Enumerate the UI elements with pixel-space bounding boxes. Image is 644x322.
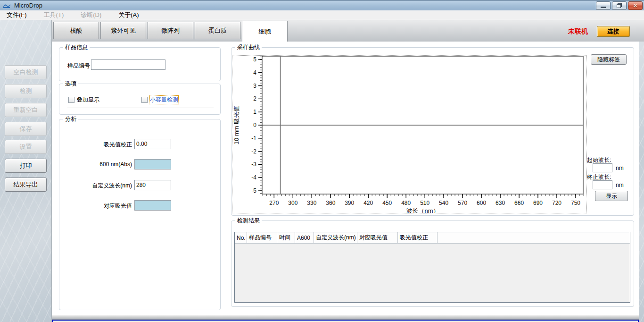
minimize-button[interactable] xyxy=(596,1,611,10)
svg-text:3: 3 xyxy=(253,83,256,89)
svg-text:300: 300 xyxy=(288,200,297,206)
svg-text:450: 450 xyxy=(382,200,392,206)
svg-text:570: 570 xyxy=(458,200,467,206)
svg-text:720: 720 xyxy=(552,200,561,206)
hide-label-button[interactable]: 隐藏标签 xyxy=(591,54,627,65)
tab-1[interactable]: 紫外可见 xyxy=(100,22,146,39)
svg-text:630: 630 xyxy=(495,200,505,206)
connect-button[interactable]: 连接 xyxy=(597,26,630,37)
analysis-row-0-label: 吸光值校正 xyxy=(61,141,132,149)
end-wavelength-input[interactable] xyxy=(593,180,612,189)
svg-text:-3: -3 xyxy=(251,161,256,168)
titlebar[interactable]: MicroDrop ✕ xyxy=(0,0,644,10)
results-column-3[interactable]: A600 xyxy=(295,232,314,243)
window-title: MicroDrop xyxy=(14,2,42,9)
svg-text:波长（nm）: 波长（nm） xyxy=(406,207,439,213)
menu-item-1: 工具(T) xyxy=(42,10,66,20)
results-column-2[interactable]: 时间 xyxy=(277,232,295,243)
svg-text:510: 510 xyxy=(420,200,429,206)
results-column-6[interactable]: 吸光值校正 xyxy=(398,232,438,243)
svg-text:540: 540 xyxy=(439,200,448,206)
svg-text:600: 600 xyxy=(477,200,486,206)
checkbox-0[interactable]: 叠加显示 xyxy=(68,96,99,104)
svg-text:660: 660 xyxy=(514,200,524,206)
close-icon: ✕ xyxy=(633,3,637,8)
bottom-strip xyxy=(52,315,639,320)
svg-text:5: 5 xyxy=(253,56,256,63)
checkbox-1[interactable]: 小容量检测 xyxy=(141,96,178,104)
menu-item-3[interactable]: 关于(A) xyxy=(116,10,140,20)
svg-text:-5: -5 xyxy=(251,187,256,194)
tab-4[interactable]: 细胞 xyxy=(242,21,288,42)
sidebar-button-6[interactable]: 结果导出 xyxy=(5,178,47,192)
sidebar-button-1: 检测 xyxy=(5,84,47,98)
checkbox-label: 小容量检测 xyxy=(150,96,178,104)
app-window: MicroDrop ✕ 文件(F)工具(T)诊断(D)关于(A) 空白检测检测重… xyxy=(0,0,644,322)
chart-canvas: 2703003303603904204504805105405706006306… xyxy=(232,56,586,213)
minimize-icon xyxy=(601,7,606,8)
group-results-title: 检测结果 xyxy=(235,217,262,225)
svg-text:-1: -1 xyxy=(251,135,256,142)
svg-text:0: 0 xyxy=(253,122,256,128)
sample-id-label: 样品编号 xyxy=(67,62,90,70)
svg-text:390: 390 xyxy=(345,200,354,206)
results-table-header: No.样品编号时间A600自定义波长(nm)对应吸光值吸光值校正 xyxy=(235,232,630,244)
group-sample-info-title: 样品信息 xyxy=(63,43,90,51)
svg-text:-2: -2 xyxy=(251,148,256,155)
analysis-row-3-label: 对应吸光值 xyxy=(61,202,132,210)
restore-button[interactable] xyxy=(612,1,627,10)
svg-text:330: 330 xyxy=(307,200,316,206)
app-icon xyxy=(3,2,11,9)
sidebar: 空白检测检测重新空白保存设置打印结果导出 xyxy=(0,20,52,322)
group-sampling-curve-title: 采样曲线 xyxy=(235,43,262,51)
menu-item-0[interactable]: 文件(F) xyxy=(5,10,29,20)
svg-text:270: 270 xyxy=(269,200,279,206)
results-column-5[interactable]: 对应吸光值 xyxy=(357,232,398,243)
menu-item-2: 诊断(D) xyxy=(79,10,103,20)
end-wavelength-unit: nm xyxy=(616,182,624,188)
show-button[interactable]: 显示 xyxy=(595,191,628,201)
connection-status: 未联机 xyxy=(568,27,588,36)
menubar: 文件(F)工具(T)诊断(D)关于(A) xyxy=(0,10,644,20)
options-separator xyxy=(67,108,214,108)
results-table[interactable]: No.样品编号时间A600自定义波长(nm)对应吸光值吸光值校正 xyxy=(234,232,630,303)
start-wavelength-unit: nm xyxy=(616,165,624,171)
svg-text:10 mm 吸光值: 10 mm 吸光值 xyxy=(233,106,240,144)
background-strip-right xyxy=(639,20,644,322)
status-bar xyxy=(52,320,639,322)
analysis-row-3-value xyxy=(134,200,171,211)
sidebar-button-3: 保存 xyxy=(5,122,47,136)
svg-text:480: 480 xyxy=(401,200,411,206)
svg-text:750: 750 xyxy=(571,200,580,206)
sampling-curve-chart: 2703003303603904204504805105405706006306… xyxy=(232,55,587,213)
checkbox-label: 叠加显示 xyxy=(77,96,99,104)
close-button[interactable]: ✕ xyxy=(628,1,643,10)
analysis-row-2-label: 自定义波长(nm) xyxy=(61,182,132,190)
svg-text:-4: -4 xyxy=(251,174,256,181)
svg-text:1: 1 xyxy=(253,109,256,115)
tab-2[interactable]: 微阵列 xyxy=(148,22,193,39)
sidebar-button-2: 重新空白 xyxy=(5,103,47,117)
tab-3[interactable]: 蛋白质 xyxy=(195,22,240,39)
results-column-0[interactable]: No. xyxy=(235,232,247,243)
sidebar-button-5[interactable]: 打印 xyxy=(5,159,47,173)
results-column-1[interactable]: 样品编号 xyxy=(247,232,277,243)
sidebar-button-0: 空白检测 xyxy=(5,65,47,79)
window-controls: ✕ xyxy=(596,1,643,10)
svg-text:360: 360 xyxy=(326,200,335,206)
results-column-4[interactable]: 自定义波长(nm) xyxy=(314,232,357,243)
results-column-filler xyxy=(438,232,630,243)
group-options-title: 选项 xyxy=(63,80,78,88)
analysis-row-1-label: 600 nm(Abs) xyxy=(61,161,132,168)
tab-0[interactable]: 核酸 xyxy=(53,22,99,39)
group-analysis-title: 分析 xyxy=(63,115,78,123)
results-table-body[interactable] xyxy=(235,244,630,302)
sample-id-input[interactable] xyxy=(91,59,165,70)
analysis-row-2-input[interactable] xyxy=(134,180,171,190)
checkbox-icon xyxy=(68,97,74,103)
svg-text:2: 2 xyxy=(253,95,256,102)
start-wavelength-input[interactable] xyxy=(593,163,612,172)
analysis-row-0-input[interactable] xyxy=(134,139,171,149)
restore-icon xyxy=(617,4,621,8)
svg-text:690: 690 xyxy=(533,200,543,206)
